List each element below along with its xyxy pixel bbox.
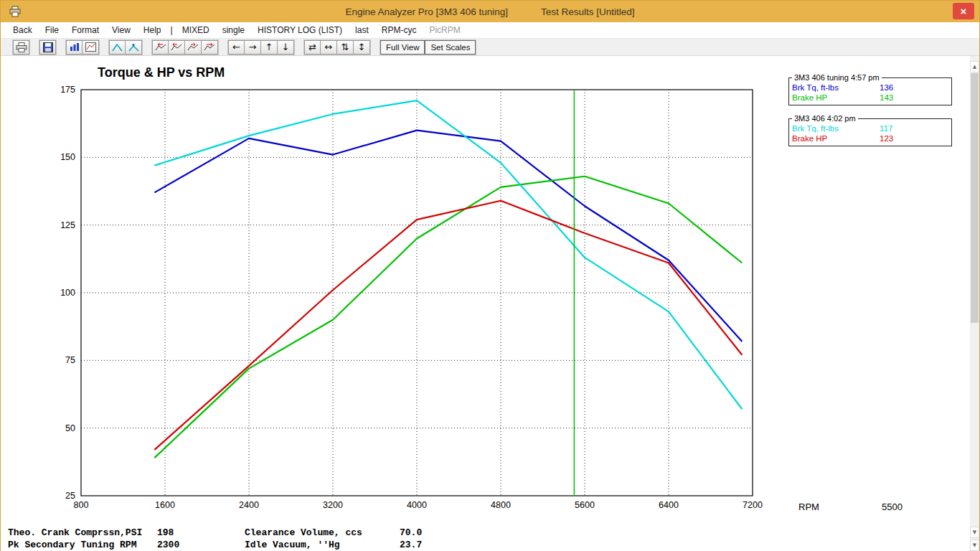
legend-box-current-run: 3M3 406 tuning 4:57 pm Brk Tq, ft-lbs 13… — [788, 73, 952, 105]
expand-vertical-button[interactable]: ↕ — [354, 40, 370, 55]
legend-series-value: 143 — [880, 93, 908, 103]
line-graph-button[interactable] — [83, 40, 99, 55]
result-value: 23.7 — [400, 540, 422, 550]
scroll-down-icon: ▼ — [973, 529, 976, 535]
menu-item-rpm-cyc[interactable]: RPM-cyc — [375, 22, 423, 38]
legend-series-label: Brake HP — [792, 133, 880, 143]
arrow-up-icon: ↑ — [265, 42, 273, 52]
svg-text:7200: 7200 — [743, 500, 763, 510]
cursor-axis-label: RPM — [798, 501, 819, 512]
menu-item-last[interactable]: last — [349, 22, 375, 38]
legend-row: Brk Tq, ft-lbs 117 — [789, 123, 951, 133]
expand-horizontal-button[interactable]: ↔ — [321, 40, 337, 55]
menu-separator: | — [168, 22, 176, 38]
toolbar-group-save — [39, 39, 57, 55]
svg-text:6400: 6400 — [659, 500, 679, 510]
peak-marker-icon — [128, 43, 139, 52]
results-footer: Theo. Crank Comprssn,PSI 198 Clearance V… — [1, 527, 969, 551]
menu-item-single[interactable]: single — [216, 22, 251, 38]
torque-hp-chart[interactable]: 8001600240032004000480056006400720025507… — [8, 68, 797, 527]
graph-arrow-last-button[interactable] — [202, 40, 218, 55]
svg-text:1600: 1600 — [155, 500, 175, 510]
menu-item-view[interactable]: View — [105, 22, 137, 38]
results-row: Theo. Crank Comprssn,PSI 198 Clearance V… — [1, 527, 969, 540]
compress-horizontal-button[interactable]: ⇄ — [304, 40, 321, 55]
scroll-right-button[interactable]: → — [245, 40, 261, 55]
compress-vertical-button[interactable]: ⇅ — [337, 40, 354, 55]
toolbar-group-zoom: ⇄ ↔ ⇅ ↕ — [303, 39, 371, 55]
graph-arrow-first-button[interactable] — [152, 40, 169, 55]
legend-series-value: 117 — [880, 123, 908, 133]
menu-item-format[interactable]: Format — [65, 22, 105, 38]
bar-graph-button[interactable] — [66, 40, 83, 55]
svg-text:5600: 5600 — [575, 500, 595, 510]
menubar: Back File Format View Help | MIXED singl… — [1, 22, 979, 39]
graph-arrow-right-button[interactable] — [185, 40, 202, 55]
toolbar-group-graph — [65, 39, 100, 55]
arrow-down-icon: ↓ — [282, 42, 290, 52]
scrollbar-corner-button[interactable]: ▼ — [970, 540, 979, 551]
results-row: Pk Secondary Tuning RPM 2300 Idle Vacuum… — [1, 540, 969, 551]
scroll-up-icon: ▲ — [973, 64, 976, 70]
svg-text:25: 25 — [65, 491, 75, 501]
save-button[interactable] — [39, 40, 56, 55]
svg-text:4800: 4800 — [491, 500, 511, 510]
toolbar-group-graph-arrows — [151, 39, 219, 55]
scroll-left-button[interactable]: ← — [228, 40, 245, 55]
arrow-right-icon: → — [249, 42, 257, 52]
expand-horizontal-icon: ↔ — [325, 42, 333, 52]
legend-series-label: Brk Tq, ft-lbs — [792, 123, 880, 133]
legend-row: Brake HP 143 — [789, 93, 951, 103]
scrollbar-thumb[interactable] — [971, 73, 979, 323]
menu-item-history-log[interactable]: HISTORY LOG (LIST) — [251, 22, 349, 38]
toolbar-group-view: Full View Set Scales — [380, 39, 476, 55]
svg-text:75: 75 — [65, 355, 75, 365]
legend-box-previous-run: 3M3 406 4:02 pm Brk Tq, ft-lbs 117 Brake… — [788, 114, 952, 146]
svg-text:125: 125 — [60, 220, 75, 230]
menu-item-back[interactable]: Back — [6, 22, 39, 38]
menu-item-mixed[interactable]: MIXED — [176, 22, 216, 38]
result-label: Clearance Volume, ccs — [245, 527, 362, 538]
result-value: 70.0 — [400, 527, 422, 538]
legend-series-value: 123 — [880, 133, 908, 143]
print-button[interactable] — [13, 40, 29, 55]
legend-title: 3M3 406 tuning 4:57 pm — [792, 73, 882, 82]
legend-row: Brake HP 123 — [789, 133, 951, 143]
svg-text:175: 175 — [60, 85, 75, 95]
menu-item-help[interactable]: Help — [137, 22, 168, 38]
set-scales-button[interactable]: Set Scales — [425, 40, 476, 55]
app-window: Engine Analyzer Pro [3M3 406 tuning] Tes… — [0, 0, 980, 551]
peak-up-button[interactable] — [109, 40, 126, 55]
menu-item-picrpm: PicRPM — [423, 22, 466, 38]
peak-marker-button[interactable] — [126, 40, 142, 55]
print-icon — [16, 42, 27, 52]
toolbar-group-scroll-arrows: ← → ↑ ↓ — [227, 39, 295, 55]
result-value: 198 — [157, 527, 174, 538]
arrow-left-icon: ← — [232, 42, 240, 52]
expand-vertical-icon: ↕ — [358, 42, 366, 52]
svg-text:800: 800 — [74, 500, 89, 510]
full-view-button[interactable]: Full View — [380, 40, 425, 55]
svg-text:100: 100 — [60, 288, 75, 298]
vertical-scrollbar[interactable]: ▲ ▼ ▼ — [970, 56, 979, 551]
graph-arrow-left-icon — [171, 42, 182, 52]
window-title-area: Engine Analyzer Pro [3M3 406 tuning] Tes… — [1, 1, 979, 22]
legend-series-label: Brake HP — [792, 93, 880, 103]
scroll-down-button[interactable]: ↓ — [278, 40, 294, 55]
svg-text:4000: 4000 — [407, 500, 427, 510]
close-button[interactable]: × — [953, 3, 974, 19]
graph-arrow-first-icon — [155, 42, 166, 52]
svg-text:50: 50 — [65, 423, 75, 433]
menu-item-file[interactable]: File — [39, 22, 65, 38]
scrollbar-down-button[interactable]: ▼ — [970, 527, 979, 538]
result-value: 2300 — [157, 540, 179, 550]
legend-title: 3M3 406 4:02 pm — [792, 114, 858, 123]
toolbar: ← → ↑ ↓ ⇄ ↔ ⇅ ↕ Full View Set Scales — [1, 39, 979, 56]
scrollbar-up-button[interactable]: ▲ — [970, 61, 979, 72]
svg-text:3200: 3200 — [323, 500, 343, 510]
graph-arrow-left-button[interactable] — [169, 40, 185, 55]
legend-row: Brk Tq, ft-lbs 136 — [789, 83, 951, 93]
svg-text:2400: 2400 — [239, 500, 259, 510]
scroll-up-button[interactable]: ↑ — [261, 40, 278, 55]
result-label: Pk Secondary Tuning RPM — [8, 540, 136, 550]
